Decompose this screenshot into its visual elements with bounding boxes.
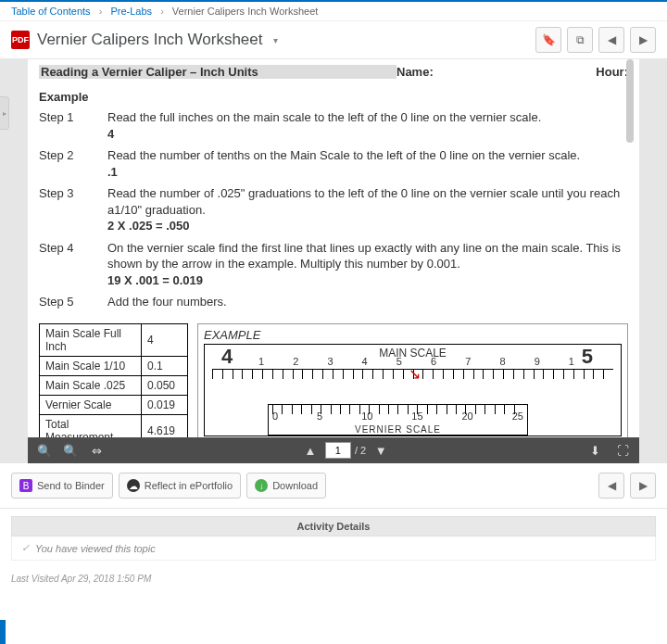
next-topic-button[interactable]: ▶ — [630, 473, 656, 499]
example-label: Example — [39, 90, 628, 104]
check-icon: ✓ — [21, 542, 30, 554]
popout-button[interactable]: ⧉ — [567, 27, 593, 53]
pdf-icon: PDF — [11, 31, 30, 49]
main-scale-big-right: 5 — [582, 345, 593, 369]
page-total: / 2 — [355, 445, 366, 456]
pdf-toolbar: 🔍 🔍 ⇔ ▲ / 2 ▼ ⬇ ⛶ — [28, 437, 639, 463]
table-row: Total Measurement4.619 — [40, 415, 188, 437]
prev-button[interactable]: ◀ — [598, 27, 624, 53]
reflect-label: Reflect in ePortfolio — [145, 480, 233, 491]
diagram-example-label: EXAMPLE — [204, 328, 622, 342]
doc-hour-label: Hour: — [573, 65, 628, 79]
zoom-out-button[interactable]: 🔍 — [33, 441, 56, 460]
step-body: Read the number of tenths on the Main Sc… — [107, 147, 628, 180]
table-row: Main Scale 1/100.1 — [40, 357, 188, 376]
chevron-right-icon: › — [155, 6, 170, 17]
page-up-button[interactable]: ▲ — [299, 441, 321, 460]
page-down-button[interactable]: ▼ — [370, 441, 392, 460]
doc-heading: Reading a Vernier Caliper – Inch Units — [39, 65, 396, 79]
binder-icon: B — [19, 479, 32, 492]
step-body: Read the full inches on the main scale t… — [107, 109, 628, 142]
measurement-table: Main Scale Full Inch4Main Scale 1/100.1M… — [39, 323, 188, 437]
vernier-scale-label: VERNIER SCALE — [355, 424, 441, 435]
doc-name-label: Name: — [396, 65, 573, 79]
step-body: On the vernier scale find the first line… — [107, 240, 628, 289]
bookmark-button[interactable]: 🔖 — [535, 27, 561, 53]
send-to-binder-label: Send to Binder — [37, 480, 105, 491]
next-button[interactable]: ▶ — [630, 27, 656, 53]
step-body: Read the number of .025" graduations to … — [107, 185, 628, 234]
arrow-icon: ↘ — [409, 365, 421, 383]
zoom-in-button[interactable]: 🔍 — [59, 441, 82, 460]
main-scale-big-left: 4 — [221, 345, 233, 369]
last-visited: Last Visited Apr 29, 2018 1:50 PM — [0, 561, 667, 597]
step-label: Step 1 — [39, 109, 107, 142]
page-number-input[interactable] — [325, 442, 351, 459]
cloud-icon: ☁ — [127, 479, 140, 492]
fullscreen-button[interactable]: ⛶ — [611, 441, 634, 460]
step-label: Step 3 — [39, 185, 107, 234]
step-body: Add the four numbers. — [107, 294, 628, 310]
table-row: Vernier Scale0.019 — [40, 396, 188, 415]
send-to-binder-button[interactable]: B Send to Binder — [11, 473, 113, 499]
title-dropdown[interactable]: ▾ — [270, 35, 278, 45]
action-row: B Send to Binder ☁ Reflect in ePortfolio… — [0, 463, 667, 509]
page-title: Vernier Calipers Inch Worksheet — [37, 31, 262, 49]
step-row: Step 3Read the number of .025" graduatio… — [39, 185, 628, 234]
pdf-viewer: ▸ Reading a Vernier Caliper – Inch Units… — [0, 59, 667, 463]
activity-viewed-text: You have viewed this topic — [35, 543, 156, 554]
side-expander[interactable]: ▸ — [0, 96, 9, 130]
document-page: Reading a Vernier Caliper – Inch Units N… — [28, 59, 639, 437]
chevron-right-icon: › — [94, 6, 108, 17]
activity-details-header: Activity Details — [11, 516, 656, 537]
table-row: Main Scale Full Inch4 — [40, 324, 188, 357]
activity-viewed-row: ✓ You have viewed this topic — [11, 537, 656, 561]
download-pdf-button[interactable]: ⬇ — [584, 441, 606, 460]
step-label: Step 5 — [39, 294, 107, 310]
prev-topic-button[interactable]: ◀ — [598, 473, 624, 499]
step-row: Step 5Add the four numbers. — [39, 294, 628, 310]
step-label: Step 4 — [39, 240, 107, 289]
caliper-diagram: EXAMPLE 4 MAIN SCALE 5 1234567891 ↘ 0510… — [197, 323, 628, 437]
breadcrumb-toc[interactable]: Table of Contents — [11, 6, 91, 17]
step-label: Step 2 — [39, 147, 107, 180]
fit-width-button[interactable]: ⇔ — [85, 441, 107, 460]
title-bar: PDF Vernier Calipers Inch Worksheet ▾ 🔖 … — [0, 21, 667, 59]
step-row: Step 2Read the number of tenths on the M… — [39, 147, 628, 180]
download-label: Download — [272, 480, 318, 491]
breadcrumb-prelabs[interactable]: Pre-Labs — [110, 6, 152, 17]
download-icon: ↓ — [255, 479, 268, 492]
breadcrumb: Table of Contents › Pre-Labs › Vernier C… — [0, 2, 667, 21]
download-button[interactable]: ↓ Download — [246, 473, 326, 499]
table-row: Main Scale .0250.050 — [40, 376, 188, 396]
reflect-eportfolio-button[interactable]: ☁ Reflect in ePortfolio — [119, 473, 241, 499]
step-row: Step 4On the vernier scale find the firs… — [39, 240, 628, 289]
breadcrumb-current: Vernier Calipers Inch Worksheet — [172, 6, 319, 17]
step-row: Step 1Read the full inches on the main s… — [39, 109, 628, 142]
